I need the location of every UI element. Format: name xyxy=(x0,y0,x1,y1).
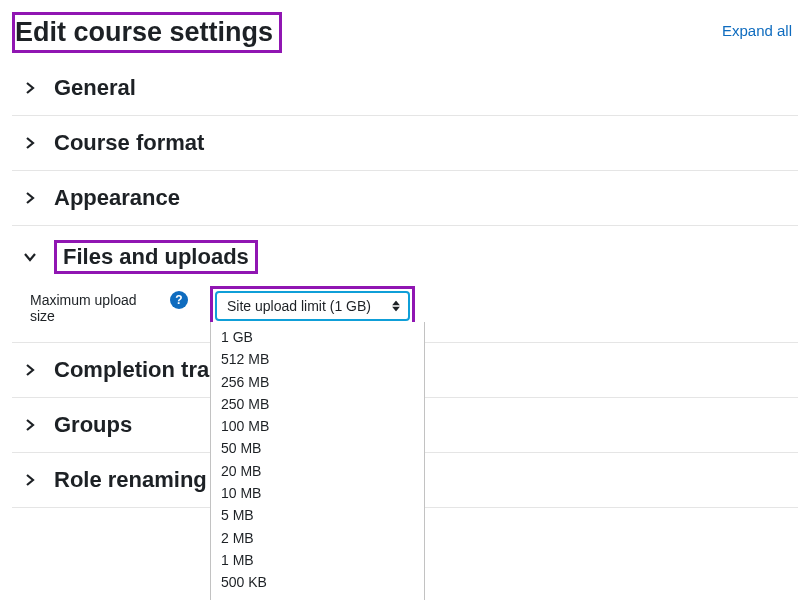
section-header-appearance[interactable]: Appearance xyxy=(12,185,798,211)
dropdown-option[interactable]: 512 MB xyxy=(211,348,424,370)
dropdown-option[interactable]: 1 MB xyxy=(211,549,424,571)
max-upload-size-select-highlight: Site upload limit (1 GB) xyxy=(210,286,415,326)
chevron-right-icon xyxy=(18,186,42,210)
dropdown-option[interactable]: 100 MB xyxy=(211,415,424,437)
dropdown-option[interactable]: 1 GB xyxy=(211,326,424,348)
section-title-general: General xyxy=(54,75,136,101)
section-title-course-format: Course format xyxy=(54,130,204,156)
section-header-general[interactable]: General xyxy=(12,75,798,101)
section-body-files-uploads: Maximum upload size ? Site upload limit … xyxy=(12,274,798,328)
chevron-right-icon xyxy=(18,131,42,155)
dropdown-option[interactable]: 500 KB xyxy=(211,571,424,593)
max-upload-size-label: Maximum upload size xyxy=(30,286,160,324)
chevron-right-icon xyxy=(18,76,42,100)
chevron-right-icon xyxy=(18,413,42,437)
section-course-format: Course format xyxy=(12,116,798,171)
section-header-course-format[interactable]: Course format xyxy=(12,130,798,156)
help-icon[interactable]: ? xyxy=(170,291,188,309)
select-arrows-icon xyxy=(392,301,400,312)
dropdown-option[interactable]: 100 KB xyxy=(211,594,424,600)
max-upload-size-value: Site upload limit (1 GB) xyxy=(227,298,371,314)
section-header-files-uploads[interactable]: Files and uploads xyxy=(12,240,798,274)
dropdown-option[interactable]: 250 MB xyxy=(211,393,424,415)
expand-all-link[interactable]: Expand all xyxy=(722,22,792,39)
chevron-right-icon xyxy=(18,358,42,382)
section-title-files-uploads: Files and uploads xyxy=(54,240,258,274)
dropdown-option[interactable]: 2 MB xyxy=(211,527,424,549)
dropdown-option[interactable]: 50 MB xyxy=(211,437,424,459)
max-upload-size-select[interactable]: Site upload limit (1 GB) xyxy=(215,291,410,321)
chevron-right-icon xyxy=(18,468,42,492)
section-title-groups: Groups xyxy=(54,412,132,438)
section-title-role-renaming: Role renaming xyxy=(54,467,207,493)
section-title-appearance: Appearance xyxy=(54,185,180,211)
dropdown-option[interactable]: 5 MB xyxy=(211,504,424,526)
chevron-down-icon xyxy=(18,245,42,269)
dropdown-option[interactable]: 256 MB xyxy=(211,371,424,393)
section-appearance: Appearance xyxy=(12,171,798,226)
dropdown-option[interactable]: 10 MB xyxy=(211,482,424,504)
max-upload-size-select-wrapper: Site upload limit (1 GB) 1 GB 512 MB 256… xyxy=(210,286,415,326)
max-upload-size-dropdown[interactable]: 1 GB 512 MB 256 MB 250 MB 100 MB 50 MB 2… xyxy=(210,322,425,600)
section-general: General xyxy=(12,61,798,116)
dropdown-option[interactable]: 20 MB xyxy=(211,460,424,482)
section-files-uploads: Files and uploads Maximum upload size ? … xyxy=(12,226,798,342)
page-title: Edit course settings xyxy=(12,12,282,53)
